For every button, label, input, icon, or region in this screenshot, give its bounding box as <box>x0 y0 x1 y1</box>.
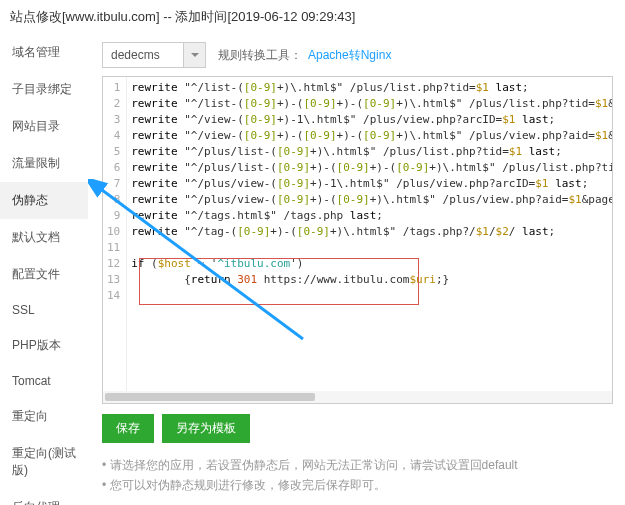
code-line: rewrite "^/view-([0-9]+)-1\.html$" /plus… <box>131 112 608 128</box>
code-line: rewrite "^/tags.html$" /tags.php last; <box>131 208 608 224</box>
tip-line: 您可以对伪静态规则进行修改，修改完后保存即可。 <box>102 475 613 495</box>
code-line: rewrite "^/plus/view-([0-9]+)-([0-9]+)\.… <box>131 192 608 208</box>
code-line: {return 301 https://www.itbulu.com$uri;} <box>131 272 608 288</box>
code-editor[interactable]: 1234567891011121314 rewrite "^/list-([0-… <box>102 76 613 404</box>
code-line: rewrite "^/tag-([0-9]+)-([0-9]+)\.html$"… <box>131 224 608 240</box>
scrollbar-thumb[interactable] <box>105 393 315 401</box>
save-template-button[interactable]: 另存为模板 <box>162 414 250 443</box>
code-line: rewrite "^/list-([0-9]+)-([0-9]+)-([0-9]… <box>131 96 608 112</box>
save-button[interactable]: 保存 <box>102 414 154 443</box>
sidebar-item[interactable]: 域名管理 <box>0 34 88 71</box>
code-line <box>131 240 608 256</box>
sidebar-item[interactable]: PHP版本 <box>0 327 88 364</box>
code-line: rewrite "^/list-([0-9]+)\.html$" /plus/l… <box>131 80 608 96</box>
code-line: rewrite "^/view-([0-9]+)-([0-9]+)-([0-9]… <box>131 128 608 144</box>
sidebar-item[interactable]: SSL <box>0 293 88 327</box>
code-area[interactable]: rewrite "^/list-([0-9]+)\.html$" /plus/l… <box>127 77 612 403</box>
sidebar-item[interactable]: 反向代理 <box>0 489 88 505</box>
chevron-down-icon[interactable] <box>183 43 205 67</box>
convert-link[interactable]: Apache转Nginx <box>308 47 391 64</box>
code-line: rewrite "^/plus/list-([0-9]+)-([0-9]+)-(… <box>131 160 608 176</box>
sidebar: 域名管理子目录绑定网站目录流量限制伪静态默认文档配置文件SSLPHP版本Tomc… <box>0 34 88 505</box>
select-value: dedecms <box>103 48 183 62</box>
sidebar-item[interactable]: 默认文档 <box>0 219 88 256</box>
tip-line: 请选择您的应用，若设置伪静态后，网站无法正常访问，请尝试设置回default <box>102 455 613 475</box>
code-line: if ($host ~ '^itbulu.com') <box>131 256 608 272</box>
line-gutter: 1234567891011121314 <box>103 77 127 403</box>
sidebar-item[interactable]: Tomcat <box>0 364 88 398</box>
tool-label: 规则转换工具： <box>218 47 302 64</box>
sidebar-item[interactable]: 流量限制 <box>0 145 88 182</box>
sidebar-item[interactable]: 子目录绑定 <box>0 71 88 108</box>
tips: 请选择您的应用，若设置伪静态后，网站无法正常访问，请尝试设置回default 您… <box>102 455 613 495</box>
button-row: 保存 另存为模板 <box>102 414 613 443</box>
page-title: 站点修改[www.itbulu.com] -- 添加时间[2019-06-12 … <box>0 0 625 34</box>
sidebar-item[interactable]: 重定向 <box>0 398 88 435</box>
code-line <box>131 288 608 304</box>
sidebar-item[interactable]: 网站目录 <box>0 108 88 145</box>
horizontal-scrollbar[interactable] <box>103 391 612 403</box>
template-select[interactable]: dedecms <box>102 42 206 68</box>
code-line: rewrite "^/plus/view-([0-9]+)-1\.html$" … <box>131 176 608 192</box>
code-line: rewrite "^/plus/list-([0-9]+)\.html$" /p… <box>131 144 608 160</box>
sidebar-item[interactable]: 配置文件 <box>0 256 88 293</box>
sidebar-item[interactable]: 伪静态 <box>0 182 88 219</box>
toolbar: dedecms 规则转换工具： Apache转Nginx <box>102 42 613 68</box>
sidebar-item[interactable]: 重定向(测试版) <box>0 435 88 489</box>
main-panel: dedecms 规则转换工具： Apache转Nginx 12345678910… <box>88 34 625 505</box>
